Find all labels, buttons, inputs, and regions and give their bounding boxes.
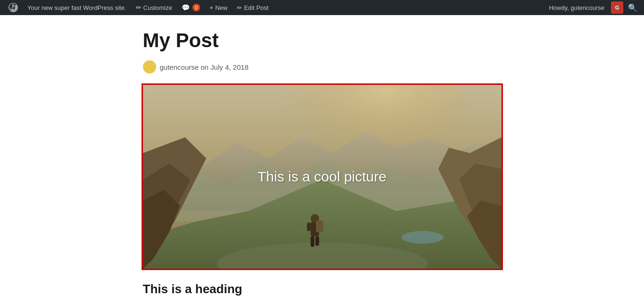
edit-post-button[interactable]: ✏ Edit Post	[232, 0, 273, 15]
new-content-button[interactable]: + New	[205, 0, 232, 15]
edit-post-label: Edit Post	[244, 4, 268, 11]
site-name-button[interactable]: Your new super fast WordPress site.	[23, 0, 131, 15]
new-label: New	[215, 4, 227, 11]
adminbar-right: Howdy, gutencourse G 🔍	[544, 0, 640, 15]
page-content: My Post gutencourse on July 4, 2018	[134, 15, 511, 296]
wp-logo-button[interactable]	[4, 0, 23, 15]
search-button[interactable]: 🔍	[625, 3, 640, 12]
wordpress-icon	[8, 3, 18, 12]
customize-icon: ✏	[136, 4, 142, 11]
post-meta: gutencourse on July 4, 2018	[143, 60, 502, 74]
admin-bar: Your new super fast WordPress site. ✏ Cu…	[0, 0, 644, 15]
adminbar-left: Your new super fast WordPress site. ✏ Cu…	[4, 0, 544, 15]
plus-icon: +	[209, 4, 213, 11]
post-meta-text: gutencourse on July 4, 2018	[160, 63, 249, 71]
post-heading: This is a heading	[143, 282, 502, 296]
edit-icon: ✏	[237, 4, 242, 11]
customize-label: Customize	[143, 4, 172, 11]
cover-image-block[interactable]: This is a cool picture	[143, 85, 502, 269]
user-avatar[interactable]: G	[611, 1, 623, 14]
site-name-label: Your new super fast WordPress site.	[27, 4, 126, 11]
comments-button[interactable]: 💬 0	[177, 0, 205, 15]
comment-bubble-icon: 💬	[182, 4, 190, 11]
cover-image-caption: This is a cool picture	[258, 169, 386, 185]
customize-button[interactable]: ✏ Customize	[131, 0, 177, 15]
post-title: My Post	[143, 29, 502, 52]
user-initials: G	[615, 5, 619, 10]
comment-count: 0	[192, 4, 200, 11]
cover-image-container: This is a cool picture	[143, 85, 502, 269]
author-avatar	[143, 60, 156, 74]
howdy-text[interactable]: Howdy, gutencourse	[544, 0, 609, 15]
